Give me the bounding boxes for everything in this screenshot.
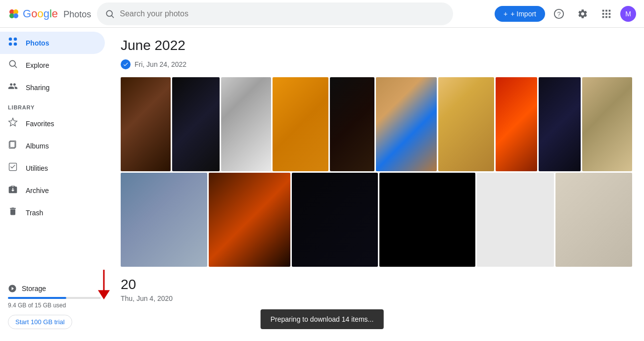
header-actions: + + Import ? M	[495, 4, 636, 24]
photo-item[interactable]	[379, 173, 475, 267]
svg-point-3	[13, 13, 18, 18]
photo-grid-row1	[121, 77, 632, 171]
settings-button[interactable]	[573, 4, 593, 24]
sidebar-item-favorites[interactable]: Favorites	[0, 112, 105, 135]
storage-bar	[8, 297, 101, 299]
photo-item[interactable]	[477, 173, 553, 267]
photo-item[interactable]	[209, 173, 290, 267]
sidebar-item-utilities[interactable]: Utilities	[0, 157, 105, 179]
svg-rect-16	[609, 16, 611, 18]
sidebar-storage: Storage 9.4 GB of 15 GB used Start 100 G…	[0, 276, 109, 337]
svg-rect-10	[609, 9, 611, 11]
content-area: June 2022 Fri, Jun 24, 2022	[109, 28, 644, 341]
sidebar-item-archive[interactable]: Archive	[0, 179, 105, 201]
apps-icon	[601, 8, 612, 19]
svg-rect-14	[602, 16, 604, 18]
trial-button[interactable]: Start 100 GB trial	[8, 315, 72, 329]
storage-bar-fill	[8, 297, 66, 299]
utilities-icon	[8, 162, 18, 174]
sidebar-item-photos[interactable]: Photos	[0, 32, 105, 54]
sidebar-label-sharing: Sharing	[26, 84, 49, 92]
photo-item[interactable]	[221, 77, 271, 171]
checkmark-icon	[123, 61, 129, 67]
next-month-number: 20	[121, 277, 632, 292]
storage-text: 9.4 GB of 15 GB used	[8, 302, 101, 309]
svg-point-17	[9, 38, 12, 41]
import-plus-icon: +	[504, 10, 507, 18]
svg-rect-9	[605, 9, 607, 11]
photo-grid-row2	[121, 173, 632, 267]
photo-item[interactable]	[376, 77, 437, 171]
header: Google Photos + + Import ?	[0, 0, 644, 28]
svg-rect-12	[605, 13, 607, 15]
photo-item[interactable]	[292, 173, 378, 267]
svg-rect-8	[602, 9, 604, 11]
sidebar-label-albums: Albums	[26, 142, 49, 150]
favorites-icon	[8, 117, 18, 130]
photo-item[interactable]	[121, 173, 207, 267]
toast-message: Preparing to download 14 items...	[271, 315, 374, 323]
search-input[interactable]	[120, 9, 445, 18]
svg-line-22	[15, 66, 17, 68]
svg-rect-15	[605, 16, 607, 18]
apps-button[interactable]	[597, 4, 616, 24]
photo-item[interactable]	[330, 77, 374, 171]
svg-line-5	[112, 15, 114, 17]
photo-item[interactable]	[438, 77, 494, 171]
toast-notification: Preparing to download 14 items...	[261, 309, 384, 329]
archive-icon	[8, 184, 18, 196]
red-arrow-icon	[94, 270, 114, 299]
library-section-label: LIBRARY	[0, 98, 109, 112]
next-section: 20 Thu, Jun 4, 2020	[121, 277, 632, 302]
sidebar-item-explore[interactable]: Explore	[0, 54, 105, 76]
sharing-icon	[8, 81, 18, 94]
next-date: Thu, Jun 4, 2020	[121, 294, 632, 302]
sidebar-label-utilities: Utilities	[26, 164, 48, 172]
search-bar[interactable]	[97, 2, 453, 25]
storage-icon	[8, 284, 17, 293]
sidebar-label-favorites: Favorites	[26, 120, 54, 128]
logo-text: Google Photos	[23, 7, 91, 20]
explore-icon	[8, 59, 18, 71]
sidebar-item-sharing[interactable]: Sharing	[0, 76, 105, 98]
storage-label: Storage	[8, 284, 101, 293]
sidebar-label-trash: Trash	[26, 209, 43, 217]
date-text: Fri, Jun 24, 2022	[135, 60, 186, 68]
sidebar: Photos Explore Sharing LIBRARY Favorites	[0, 28, 109, 341]
date-badge: Fri, Jun 24, 2022	[121, 59, 632, 69]
logo: Google Photos	[8, 7, 91, 20]
search-icon	[105, 9, 115, 19]
sidebar-label-explore: Explore	[26, 61, 49, 69]
help-icon: ?	[553, 8, 564, 19]
trash-icon	[8, 206, 18, 219]
sidebar-label-archive: Archive	[26, 187, 49, 195]
avatar[interactable]: M	[620, 6, 636, 22]
photo-item[interactable]	[496, 77, 537, 171]
import-button[interactable]: + + Import	[495, 6, 545, 22]
photos-icon	[8, 37, 18, 49]
month-title: June 2022	[121, 38, 632, 53]
albums-icon	[8, 140, 18, 152]
svg-rect-13	[609, 13, 611, 15]
photo-item[interactable]	[539, 77, 580, 171]
google-photos-icon	[8, 8, 20, 20]
photo-item[interactable]	[172, 77, 220, 171]
sidebar-label-photos: Photos	[26, 39, 49, 47]
sidebar-item-albums[interactable]: Albums	[0, 135, 105, 157]
svg-point-20	[14, 43, 17, 46]
photo-item[interactable]	[555, 173, 632, 267]
svg-point-18	[14, 38, 17, 41]
photo-item[interactable]	[121, 77, 171, 171]
svg-text:?: ?	[557, 10, 560, 17]
svg-rect-11	[602, 13, 604, 15]
gear-icon	[577, 8, 588, 19]
svg-point-19	[9, 43, 12, 46]
photo-item[interactable]	[582, 77, 632, 171]
photo-item[interactable]	[273, 77, 328, 171]
sidebar-item-trash[interactable]: Trash	[0, 201, 105, 224]
svg-marker-27	[98, 290, 110, 299]
help-button[interactable]: ?	[549, 4, 569, 24]
arrow-indicator	[94, 270, 114, 301]
date-badge-icon	[121, 59, 131, 69]
